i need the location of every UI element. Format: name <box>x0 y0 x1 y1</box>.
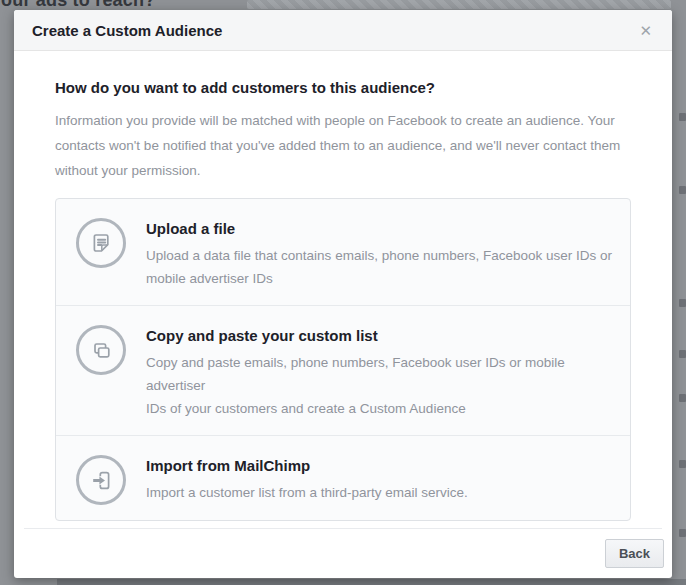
option-text: Import from MailChimp Import a customer … <box>146 455 468 504</box>
backdrop-fragment <box>679 394 686 402</box>
backdrop-bottom-band <box>57 579 686 585</box>
create-custom-audience-dialog: Create a Custom Audience ✕ How do you wa… <box>14 10 672 578</box>
backdrop-striped-bar <box>247 0 671 9</box>
option-text: Upload a file Upload a data file that co… <box>146 218 612 290</box>
import-arrow-icon <box>76 455 126 505</box>
backdrop-fragment <box>679 350 686 358</box>
option-title: Copy and paste your custom list <box>146 326 620 345</box>
option-import-mailchimp[interactable]: Import from MailChimp Import a customer … <box>56 435 630 520</box>
dialog-header: Create a Custom Audience ✕ <box>14 10 672 51</box>
close-icon[interactable]: ✕ <box>637 21 654 40</box>
option-description: Import a customer list from a third-part… <box>146 481 468 504</box>
option-description: Upload a data file that contains emails,… <box>146 244 612 290</box>
backdrop-fragment <box>679 460 686 468</box>
backdrop-fragment <box>679 186 686 194</box>
privacy-description: Information you provide will be matched … <box>55 108 631 183</box>
dialog-footer: Back <box>24 528 662 578</box>
backdrop-fragment <box>679 529 686 537</box>
option-copy-paste-list[interactable]: Copy and paste your custom list Copy and… <box>56 305 630 435</box>
option-text: Copy and paste your custom list Copy and… <box>146 325 620 420</box>
question-heading: How do you want to add customers to this… <box>55 78 631 97</box>
dialog-title: Create a Custom Audience <box>32 22 222 39</box>
back-button[interactable]: Back <box>605 539 664 568</box>
backdrop-fragment <box>679 113 686 121</box>
audience-options-list: Upload a file Upload a data file that co… <box>55 198 631 521</box>
dialog-body: How do you want to add customers to this… <box>14 51 672 521</box>
option-description: Copy and paste emails, phone numbers, Fa… <box>146 351 620 420</box>
option-title: Import from MailChimp <box>146 456 468 475</box>
document-icon <box>76 218 126 268</box>
option-upload-file[interactable]: Upload a file Upload a data file that co… <box>56 199 630 305</box>
copy-icon <box>76 325 126 375</box>
backdrop-fragment <box>679 299 686 307</box>
option-title: Upload a file <box>146 219 612 238</box>
